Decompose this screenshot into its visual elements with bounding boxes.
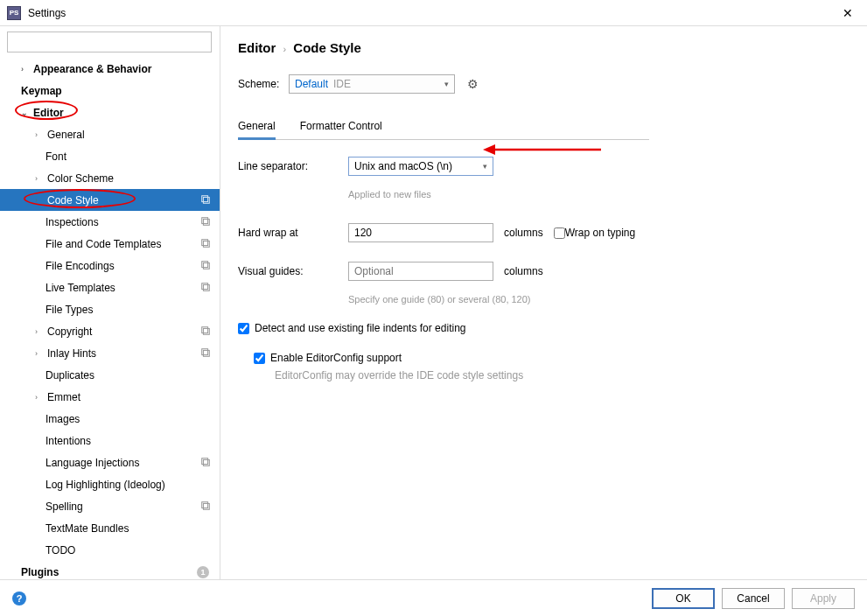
- sidebar-item-color-scheme[interactable]: ›Color Scheme: [0, 167, 220, 189]
- svg-rect-8: [202, 284, 208, 290]
- ok-button[interactable]: OK: [652, 588, 715, 609]
- sidebar-item-appearance-behavior[interactable]: ›Appearance & Behavior: [0, 58, 220, 80]
- visual-guides-input[interactable]: [348, 262, 493, 281]
- help-icon[interactable]: ?: [12, 592, 26, 606]
- sidebar-item-font[interactable]: Font: [0, 145, 220, 167]
- badge: 1: [197, 566, 209, 578]
- chevron-right-icon: ›: [35, 327, 44, 336]
- svg-rect-10: [202, 327, 208, 333]
- scheme-name: Default: [295, 78, 328, 90]
- sidebar-item-emmet[interactable]: ›Emmet: [0, 386, 220, 408]
- app-icon: PS: [7, 6, 21, 20]
- sidebar-item-todo[interactable]: TODO: [0, 539, 220, 561]
- svg-rect-7: [203, 262, 209, 269]
- tree-item-label: File Types: [45, 304, 93, 316]
- svg-rect-9: [203, 284, 209, 290]
- sidebar-item-file-encodings[interactable]: File Encodings: [0, 255, 220, 276]
- copy-icon: [200, 194, 211, 207]
- close-icon[interactable]: ✕: [836, 3, 860, 24]
- sidebar: 🔍 ›Appearance & BehaviorKeymap⌄Editor›Ge…: [0, 26, 220, 579]
- sidebar-item-plugins[interactable]: Plugins1: [0, 561, 220, 579]
- line-separator-hint: Applied to new files: [348, 189, 431, 200]
- editorconfig-checkbox[interactable]: [254, 353, 265, 364]
- chevron-right-icon: ›: [21, 65, 30, 74]
- sidebar-item-intentions[interactable]: Intentions: [0, 430, 220, 452]
- copy-icon: [200, 216, 211, 229]
- copy-icon: [200, 500, 211, 514]
- svg-rect-2: [202, 218, 208, 224]
- tree-item-label: Intentions: [45, 435, 91, 447]
- breadcrumb-sep: ›: [283, 44, 287, 54]
- svg-rect-5: [203, 241, 209, 247]
- cancel-button[interactable]: Cancel: [722, 588, 785, 609]
- window-title: Settings: [28, 7, 836, 19]
- svg-rect-14: [202, 458, 208, 465]
- tree-item-label: File and Code Templates: [45, 238, 162, 250]
- svg-rect-11: [203, 328, 209, 334]
- sidebar-item-keymap[interactable]: Keymap: [0, 80, 220, 102]
- visual-guides-hint-row: Specify one guide (80) or several (80, 1…: [238, 289, 850, 310]
- search-input[interactable]: [7, 32, 212, 52]
- sidebar-item-duplicates[interactable]: Duplicates: [0, 364, 220, 386]
- main-area: 🔍 ›Appearance & BehaviorKeymap⌄Editor›Ge…: [0, 26, 867, 579]
- tree-item-label: Inspections: [45, 216, 99, 228]
- breadcrumb: Editor › Code Style: [238, 40, 850, 55]
- line-separator-select[interactable]: Unix and macOS (\n) ▾: [348, 157, 493, 176]
- sidebar-item-general[interactable]: ›General: [0, 123, 220, 145]
- tree-item-label: General: [47, 129, 85, 141]
- editorconfig-section: Enable EditorConfig support EditorConfig…: [254, 352, 850, 382]
- sidebar-item-inlay-hints[interactable]: ›Inlay Hints: [0, 342, 220, 364]
- wrap-on-typing-label[interactable]: Wrap on typing: [554, 227, 636, 239]
- tab-formatter-control[interactable]: Formatter Control: [300, 115, 382, 139]
- apply-button[interactable]: Apply: [792, 588, 855, 609]
- tabs: GeneralFormatter Control: [238, 115, 649, 140]
- titlebar: PS Settings ✕: [0, 0, 867, 26]
- scheme-select[interactable]: Default IDE ▾: [289, 74, 455, 94]
- visual-guides-label: Visual guides:: [238, 265, 348, 277]
- editorconfig-row[interactable]: Enable EditorConfig support: [254, 352, 850, 364]
- breadcrumb-codestyle: Code Style: [293, 40, 361, 55]
- footer: ? OK Cancel Apply: [0, 579, 867, 616]
- tree-item-label: Emmet: [47, 391, 80, 403]
- visual-guides-columns: columns: [504, 265, 543, 277]
- sidebar-item-copyright[interactable]: ›Copyright: [0, 320, 220, 342]
- tree-item-label: Appearance & Behavior: [33, 63, 151, 75]
- sidebar-item-code-style[interactable]: ›Code Style: [0, 189, 220, 211]
- chevron-right-icon: ›: [35, 349, 44, 358]
- sidebar-item-spelling[interactable]: Spelling: [0, 495, 220, 517]
- line-separator-label: Line separator:: [238, 160, 348, 172]
- tree-item-label: Live Templates: [45, 282, 115, 294]
- chevron-right-icon: ›: [35, 393, 44, 402]
- tree-item-label: Editor: [33, 107, 64, 119]
- sidebar-item-images[interactable]: Images: [0, 408, 220, 430]
- settings-tree[interactable]: ›Appearance & BehaviorKeymap⌄Editor›Gene…: [0, 58, 220, 579]
- sidebar-item-live-templates[interactable]: Live Templates: [0, 276, 220, 298]
- sidebar-item-file-and-code-templates[interactable]: File and Code Templates: [0, 233, 220, 255]
- line-separator-row: Line separator: Unix and macOS (\n) ▾: [238, 156, 850, 177]
- copy-icon: [200, 238, 211, 251]
- hard-wrap-columns: columns: [504, 227, 543, 239]
- gear-icon[interactable]: ⚙: [467, 77, 479, 91]
- sidebar-item-inspections[interactable]: Inspections: [0, 211, 220, 233]
- scheme-label: Scheme:: [238, 78, 289, 90]
- svg-rect-17: [203, 503, 209, 509]
- tab-general[interactable]: General: [238, 115, 276, 140]
- content-panel: Editor › Code Style Scheme: Default IDE …: [220, 26, 867, 579]
- tree-item-label: TODO: [45, 544, 75, 556]
- sidebar-item-textmate-bundles[interactable]: TextMate Bundles: [0, 517, 220, 539]
- sidebar-item-log-highlighting-ideolog-[interactable]: Log Highlighting (Ideolog): [0, 473, 220, 495]
- hard-wrap-input[interactable]: [348, 223, 493, 242]
- line-separator-hint-row: Applied to new files: [238, 184, 850, 205]
- detect-indents-row[interactable]: Detect and use existing file indents for…: [238, 322, 850, 334]
- hard-wrap-label: Hard wrap at: [238, 227, 348, 239]
- sidebar-item-language-injections[interactable]: Language Injections: [0, 452, 220, 473]
- detect-indents-checkbox[interactable]: [238, 323, 249, 334]
- chevron-right-icon: ›: [35, 196, 44, 205]
- sidebar-item-file-types[interactable]: File Types: [0, 298, 220, 320]
- svg-rect-16: [202, 502, 208, 508]
- wrap-on-typing-checkbox[interactable]: [554, 228, 565, 239]
- tree-item-label: Duplicates: [45, 369, 94, 382]
- sidebar-item-editor[interactable]: ⌄Editor: [0, 102, 220, 123]
- tree-item-label: Keymap: [21, 85, 62, 97]
- tree-item-label: Spelling: [45, 500, 83, 513]
